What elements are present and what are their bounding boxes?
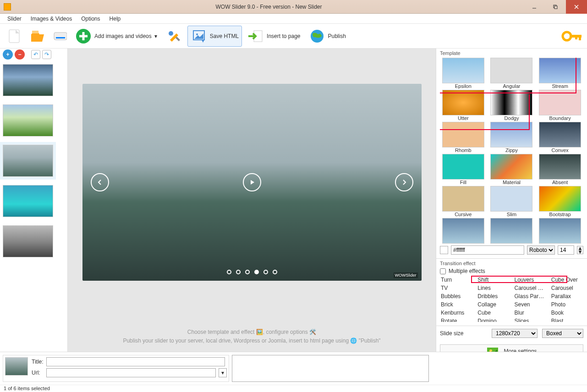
dot[interactable]	[254, 270, 259, 274]
thumbnail-item[interactable]	[3, 145, 53, 177]
template-item[interactable]	[539, 154, 581, 180]
effect-item[interactable]: Cube Over	[550, 276, 583, 283]
font-size-spinner[interactable]: ▲▼	[577, 246, 583, 254]
effect-item[interactable]: Dribbles	[477, 293, 510, 300]
template-item[interactable]	[490, 186, 532, 212]
publish-button[interactable]: Publish	[306, 26, 349, 46]
dot[interactable]	[263, 270, 268, 274]
template-item[interactable]	[442, 90, 484, 115]
dot[interactable]	[273, 270, 277, 274]
effect-item[interactable]: Domino	[477, 317, 510, 322]
thumbnail-item[interactable]	[3, 64, 53, 96]
template-list[interactable]: EpsilonAngularStreamUtterDodgyBoundaryRh…	[440, 58, 583, 244]
preview-panel: WOWSlider Choose template and effect 🖼️,…	[68, 49, 436, 352]
effect-item[interactable]: Carousel B...	[514, 284, 547, 292]
description-input[interactable]	[232, 355, 429, 382]
multiple-effects-checkbox[interactable]	[440, 268, 446, 274]
template-item[interactable]	[539, 58, 581, 83]
new-button[interactable]	[4, 26, 24, 46]
effect-item[interactable]: Bubbles	[440, 293, 473, 300]
dot[interactable]	[227, 270, 231, 274]
effect-item[interactable]: Blast	[550, 317, 583, 322]
add-images-button[interactable]: Add images and videos ▾	[72, 26, 160, 46]
save-html-button[interactable]: Save HTML	[187, 26, 242, 47]
minimize-button[interactable]	[524, 0, 545, 14]
effect-item[interactable]: Lines	[477, 284, 510, 292]
effect-item[interactable]: Turn	[440, 276, 473, 283]
template-item[interactable]	[490, 90, 532, 115]
template-item[interactable]	[490, 154, 532, 180]
add-slide-button[interactable]: +	[3, 49, 13, 60]
menu-help[interactable]: Help	[105, 14, 126, 23]
url-input[interactable]	[46, 368, 216, 377]
effect-item[interactable]: Louvers	[514, 276, 547, 283]
slide-mode-select[interactable]: Boxed	[542, 329, 583, 338]
template-item[interactable]	[490, 58, 532, 83]
effect-item[interactable]: TV	[440, 284, 473, 292]
more-settings-button[interactable]: More settings	[440, 344, 583, 352]
effect-item[interactable]: Book	[550, 309, 583, 316]
color-swatch[interactable]	[440, 246, 448, 254]
effect-item[interactable]: Cube	[477, 309, 510, 316]
template-item[interactable]	[539, 122, 581, 147]
insert-button[interactable]: Insert to page	[245, 26, 303, 46]
template-item[interactable]	[539, 90, 581, 115]
close-button[interactable]	[566, 0, 587, 14]
template-item[interactable]	[539, 186, 581, 212]
next-slide-button[interactable]	[395, 173, 413, 191]
prev-slide-button[interactable]	[91, 173, 109, 191]
drive-button[interactable]	[49, 26, 70, 46]
title-input[interactable]	[46, 357, 225, 366]
watermark: WOWSlider	[394, 272, 418, 278]
thumbnail-item[interactable]	[3, 185, 53, 217]
dot[interactable]	[236, 270, 241, 274]
effect-item[interactable]: Rotate	[440, 317, 473, 322]
slide-size-label: Slide size	[440, 330, 463, 337]
effect-item[interactable]: Seven	[514, 301, 547, 308]
effect-item[interactable]: Blur	[514, 309, 547, 316]
effect-item[interactable]: Collage	[477, 301, 510, 308]
effect-item[interactable]: Kenburns	[440, 309, 473, 316]
effect-item[interactable]: Brick	[440, 301, 473, 308]
more-settings-label: More settings	[504, 348, 537, 352]
menu-options[interactable]: Options	[77, 14, 104, 23]
license-key-icon[interactable]	[561, 29, 583, 43]
font-select[interactable]: Roboto	[527, 245, 555, 255]
effect-item[interactable]: Shift	[477, 276, 510, 283]
template-header: Template	[440, 50, 583, 56]
tools-button[interactable]	[163, 26, 185, 46]
rotate-right-button[interactable]: ↷	[42, 50, 51, 59]
effect-item[interactable]: Photo	[550, 301, 583, 308]
template-item[interactable]	[490, 218, 532, 244]
template-item[interactable]	[442, 122, 484, 147]
url-label: Url:	[32, 370, 44, 376]
effect-item[interactable]: Slices	[514, 317, 547, 322]
svg-rect-7	[54, 33, 67, 40]
slide-size-select[interactable]: 1280x720	[492, 329, 538, 338]
url-dropdown-icon[interactable]: ▾	[219, 368, 227, 377]
template-item[interactable]	[442, 186, 484, 212]
maximize-button[interactable]	[545, 0, 566, 14]
effect-item[interactable]: Glass Parall...	[514, 293, 547, 300]
thumbnail-list[interactable]	[0, 60, 67, 352]
template-item[interactable]	[442, 154, 484, 180]
menu-images-videos[interactable]: Images & Videos	[26, 14, 77, 23]
effects-list[interactable]: TurnShiftLouversCube OverTVLinesCarousel…	[440, 276, 583, 322]
effect-item[interactable]: Carousel	[550, 284, 583, 292]
thumbnail-item[interactable]	[3, 104, 53, 136]
template-item[interactable]	[442, 58, 484, 83]
add-images-label: Add images and videos	[94, 33, 152, 39]
menu-slider[interactable]: Slider	[3, 14, 26, 23]
effect-item[interactable]: Parallax	[550, 293, 583, 300]
template-item[interactable]	[490, 122, 532, 147]
thumbnail-item[interactable]	[3, 225, 53, 257]
open-button[interactable]	[27, 26, 47, 46]
play-button[interactable]	[243, 173, 261, 191]
template-item[interactable]	[442, 218, 484, 244]
color-hex-input[interactable]	[451, 245, 524, 255]
font-size-input[interactable]	[558, 245, 574, 255]
dot[interactable]	[245, 270, 250, 274]
template-item[interactable]	[539, 218, 581, 244]
delete-slide-button[interactable]: −	[15, 49, 25, 60]
rotate-left-button[interactable]: ↶	[31, 50, 40, 59]
